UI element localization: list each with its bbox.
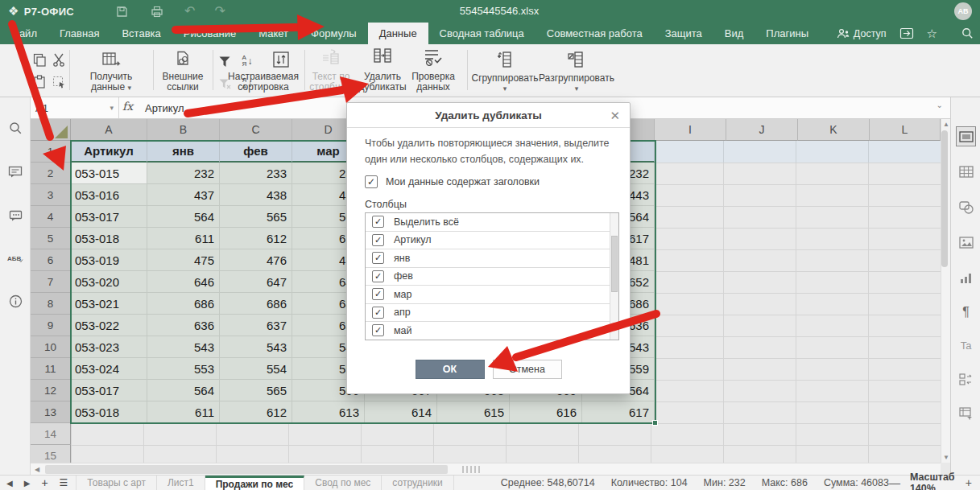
column-header[interactable]: C <box>220 119 292 141</box>
paste-icon[interactable] <box>31 73 48 91</box>
cell-value[interactable]: 232 <box>147 163 220 184</box>
cell-value[interactable]: 233 <box>220 163 292 184</box>
cancel-button[interactable]: Отмена <box>493 360 562 379</box>
checkbox-checked-icon[interactable]: ✓ <box>372 307 384 319</box>
checkbox-checked-icon[interactable]: ✓ <box>372 270 384 282</box>
cell-value[interactable]: 614 <box>365 401 437 423</box>
menu-tab[interactable]: Вставка <box>110 23 172 44</box>
cell-value[interactable]: 637 <box>220 315 292 336</box>
spellcheck-icon[interactable]: АБВ <box>7 250 23 266</box>
column-list-item[interactable]: ✓ янв <box>366 249 618 268</box>
row-header[interactable]: 2 <box>31 163 71 184</box>
cut-icon[interactable] <box>50 51 68 68</box>
menu-tab[interactable]: Сводная таблица <box>428 23 535 44</box>
cell-value[interactable]: 616 <box>510 401 582 423</box>
cell-article[interactable]: 053-021 <box>71 293 147 315</box>
select-icon[interactable] <box>50 73 68 91</box>
cell-article[interactable]: 053-015 <box>71 163 147 184</box>
print-icon[interactable] <box>151 6 163 18</box>
cell-value[interactable]: 613 <box>292 401 365 423</box>
access-button[interactable]: Доступ <box>837 28 887 39</box>
menu-tab[interactable]: Данные <box>368 23 428 44</box>
scroll-up-icon[interactable]: ▲ <box>943 121 949 128</box>
row-header[interactable]: 8 <box>31 293 71 315</box>
data-validation-button[interactable]: Проверка данных <box>406 47 461 93</box>
image-settings-icon[interactable] <box>956 233 976 253</box>
row-header[interactable]: 15 <box>31 445 71 463</box>
row-header[interactable]: 12 <box>31 380 71 401</box>
column-header[interactable]: B <box>147 119 220 141</box>
cell-value[interactable]: 543 <box>147 336 220 358</box>
zoom-in-button[interactable]: + <box>966 476 972 489</box>
sheet-list-icon[interactable]: ☰ <box>60 477 68 488</box>
row-header[interactable]: 4 <box>31 206 71 228</box>
header-cell[interactable]: фев <box>220 141 292 163</box>
headers-checkbox-row[interactable]: ✓ Мои данные содержат заголовки <box>365 175 540 188</box>
row-header[interactable]: 7 <box>31 271 71 293</box>
cell-value[interactable]: 437 <box>147 184 220 206</box>
undo-icon[interactable]: ↶ <box>184 5 195 18</box>
list-scrollbar-thumb[interactable] <box>611 236 618 292</box>
horizontal-scrollbar-thumb[interactable] <box>45 465 448 474</box>
menu-tab[interactable]: Главная <box>48 23 110 44</box>
remove-duplicates-button[interactable]: Удалить дубликаты <box>351 47 414 93</box>
cell-article[interactable]: 053-024 <box>71 358 147 380</box>
add-sheet-icon[interactable]: + <box>41 476 48 489</box>
vertical-scrollbar-thumb[interactable] <box>941 130 948 267</box>
cell-value[interactable]: 543 <box>220 336 292 358</box>
cell-value[interactable]: 476 <box>220 249 292 271</box>
menu-tab[interactable]: Рисование <box>172 23 247 44</box>
cell-value[interactable]: 554 <box>220 358 292 380</box>
row-header[interactable]: 6 <box>31 249 71 271</box>
paragraph-settings-icon[interactable]: ¶ <box>956 302 976 322</box>
ungroup-button[interactable]: Разгруппировать ▾ <box>538 51 615 94</box>
cell-value[interactable]: 647 <box>220 271 292 293</box>
header-cell[interactable]: Артикул <box>71 141 147 163</box>
cell-value[interactable]: 636 <box>147 315 220 336</box>
cell-value[interactable]: 565 <box>220 380 292 401</box>
favorite-star-icon[interactable]: ☆ <box>927 27 937 39</box>
cell-value[interactable]: 611 <box>147 228 220 249</box>
column-list-item[interactable]: ✓ Артикул <box>366 232 618 250</box>
cell-article[interactable]: 053-016 <box>71 184 147 206</box>
comments-icon[interactable] <box>7 164 23 180</box>
checkbox-checked-icon[interactable]: ✓ <box>372 324 384 336</box>
menu-tab[interactable]: Макет <box>247 23 300 44</box>
table-settings-icon[interactable] <box>956 162 976 182</box>
redo-icon[interactable]: ↷ <box>214 5 225 18</box>
menu-tab[interactable]: Совместная работа <box>535 23 654 44</box>
checkbox-checked-icon[interactable]: ✓ <box>372 234 384 246</box>
cell-article[interactable]: 053-017 <box>71 380 147 401</box>
column-list-item[interactable]: ✓ мар <box>366 286 618 304</box>
menu-tab[interactable]: Защита <box>654 23 713 44</box>
horizontal-scrollbar[interactable]: ◀ <box>31 463 941 475</box>
row-header[interactable]: 11 <box>31 358 71 380</box>
menu-tab[interactable]: Плагины <box>755 23 820 44</box>
info-icon[interactable] <box>7 293 23 309</box>
prev-sheet-icon[interactable]: ◀ <box>6 479 13 488</box>
list-scrollbar[interactable] <box>610 213 618 340</box>
close-icon[interactable]: ✕ <box>610 109 620 123</box>
column-header[interactable]: K <box>798 119 870 141</box>
row-header[interactable]: 3 <box>31 184 71 206</box>
cell-value[interactable]: 611 <box>147 401 220 423</box>
row-header[interactable]: 13 <box>31 401 71 423</box>
cell-article[interactable]: 053-022 <box>71 315 147 336</box>
chat-icon[interactable] <box>7 208 23 224</box>
cell-value[interactable]: 646 <box>147 271 220 293</box>
cell-value[interactable]: 564 <box>147 380 220 401</box>
cell-settings-icon[interactable] <box>956 126 976 146</box>
search-icon[interactable] <box>961 27 974 39</box>
collapse-formula-bar-icon[interactable]: ⌄ <box>937 101 943 109</box>
shape-settings-icon[interactable] <box>956 197 976 217</box>
dialog-title[interactable]: Удалить дубликаты <box>347 103 630 128</box>
external-links-button[interactable]: Внешние ссылки <box>158 51 208 93</box>
menu-tab[interactable]: Файл <box>0 23 48 44</box>
cell-article[interactable]: 053-018 <box>71 401 147 423</box>
save-icon[interactable] <box>116 6 128 18</box>
cell-article[interactable]: 053-019 <box>71 249 147 271</box>
row-header[interactable]: 10 <box>31 336 71 358</box>
sheet-tab[interactable]: Товары с арт <box>76 476 157 490</box>
sheet-tab[interactable]: сотрудники <box>382 476 453 490</box>
cell-value[interactable]: 438 <box>220 184 292 206</box>
